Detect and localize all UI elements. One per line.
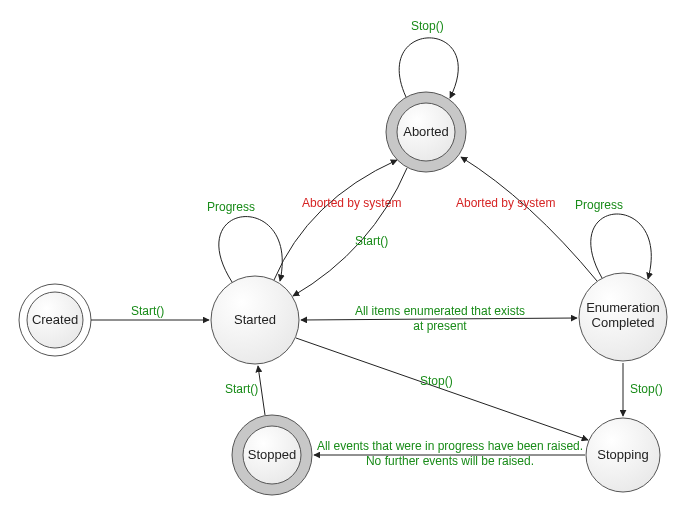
- state-enum-label-1: Enumeration: [586, 300, 660, 315]
- transition-label: No further events will be raised.: [366, 454, 534, 468]
- state-created: Created: [19, 284, 91, 356]
- transition-label: Progress: [575, 198, 623, 212]
- transition-label: at present: [413, 319, 467, 333]
- transition-label: Start(): [355, 234, 388, 248]
- transition-enum-aborted: Aborted by system: [456, 157, 597, 281]
- transition-stopping-stopped: All events that were in progress have be…: [314, 439, 585, 468]
- transition-created-started: Start(): [91, 304, 209, 320]
- transition-label: Stop(): [411, 19, 444, 33]
- transition-label: All events that were in progress have be…: [317, 439, 583, 453]
- transition-label: All items enumerated that exists: [355, 304, 525, 318]
- state-enumeration-completed: Enumeration Completed: [579, 273, 667, 361]
- state-enum-label-2: Completed: [592, 315, 655, 330]
- transition-started-enum: All items enumerated that exists at pres…: [301, 304, 577, 333]
- state-created-label: Created: [32, 312, 78, 327]
- state-started: Started: [211, 276, 299, 364]
- transition-label: Start(): [225, 382, 258, 396]
- transition-label: Stop(): [420, 374, 453, 388]
- state-stopped-label: Stopped: [248, 447, 296, 462]
- transition-enum-stopping: Stop(): [623, 363, 663, 416]
- state-aborted: Aborted: [386, 92, 466, 172]
- state-stopped: Stopped: [232, 415, 312, 495]
- transition-aborted-started: Start(): [293, 168, 407, 296]
- transition-label: Progress: [207, 200, 255, 214]
- state-stopping: Stopping: [586, 418, 660, 492]
- state-stopping-label: Stopping: [597, 447, 648, 462]
- transition-started-self: Progress: [207, 200, 282, 282]
- transition-started-aborted: Aborted by system: [274, 160, 401, 280]
- transition-stopped-started: Start(): [225, 366, 265, 415]
- transition-enum-self: Progress: [575, 198, 651, 279]
- state-aborted-label: Aborted: [403, 124, 449, 139]
- transition-label: Start(): [131, 304, 164, 318]
- transition-label: Aborted by system: [456, 196, 555, 210]
- transition-label: Stop(): [630, 382, 663, 396]
- state-diagram: Created Started Aborted Enumeration Comp…: [0, 0, 694, 521]
- state-started-label: Started: [234, 312, 276, 327]
- transition-started-stopping: Stop(): [296, 338, 588, 440]
- transition-aborted-self: Stop(): [399, 19, 458, 98]
